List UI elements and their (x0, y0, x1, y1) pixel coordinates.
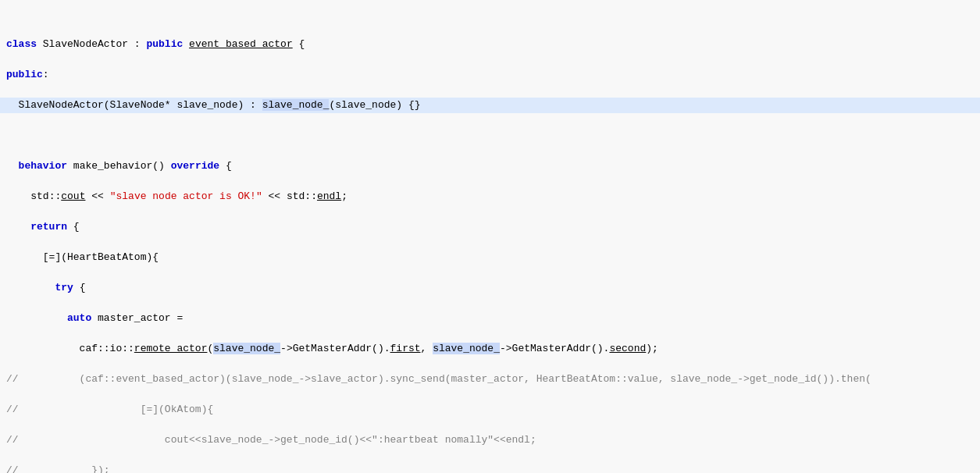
code-line: // [=](OkAtom){ (0, 402, 980, 418)
code-line: class SlaveNodeActor : public event_base… (0, 37, 980, 52)
code-line (0, 128, 980, 144)
code-editor[interactable]: class SlaveNodeActor : public event_base… (0, 0, 980, 473)
code-line: return { (0, 219, 980, 235)
code-line: // (caf::event_based_actor)(slave_node_-… (0, 372, 980, 387)
code-line-highlight: SlaveNodeActor(SlaveNode* slave_node) : … (0, 98, 980, 113)
code-line: behavior make_behavior() override { (0, 158, 980, 174)
code-line: public: (0, 67, 980, 83)
code-line: [=](HeartBeatAtom){ (0, 250, 980, 265)
code-line: // cout<<slave_node_->get_node_id()<<":h… (0, 432, 980, 448)
code-line: caf::io::remote_actor(slave_node_->GetMa… (0, 341, 980, 357)
code-line: try { (0, 280, 980, 296)
code-line: std::cout << "slave node actor is OK!" <… (0, 189, 980, 204)
code-line: // }); (0, 463, 980, 473)
code-line: auto master_actor = (0, 311, 980, 326)
